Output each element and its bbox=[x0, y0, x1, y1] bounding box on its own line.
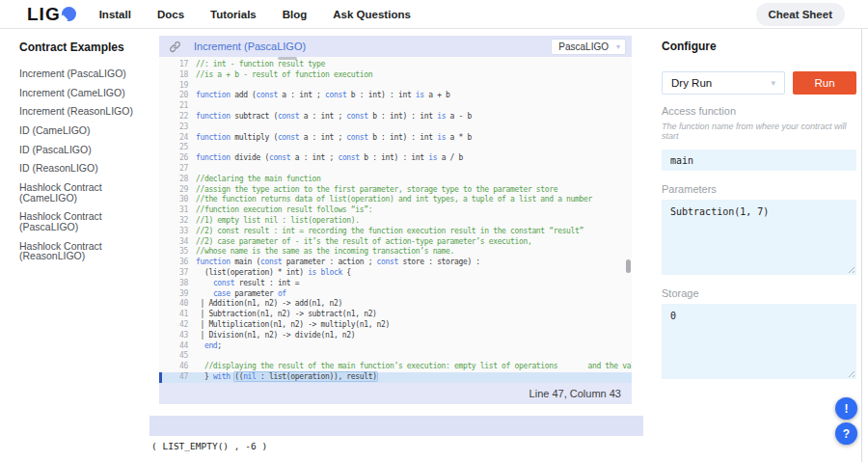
access-function-input[interactable] bbox=[662, 149, 856, 171]
code-line: 27 bbox=[159, 164, 632, 175]
sidebar-list: Increment (PascaLIGO)Increment (CameLIGO… bbox=[19, 68, 159, 261]
action-select-value: Dry Run bbox=[671, 77, 712, 89]
editor-titlebar: Increment (PascaLIGO) PascaLIGO ▾ bbox=[159, 36, 632, 57]
help-button[interactable]: ? bbox=[835, 422, 857, 445]
code-line: 33//2) const result : int = recording th… bbox=[159, 227, 632, 237]
code-line: 29//assign the type action to the first … bbox=[159, 185, 632, 196]
chevron-down-icon: ▾ bbox=[771, 78, 775, 88]
code-line: 26function divide (const a : int ; const… bbox=[159, 153, 632, 164]
cheat-sheet-button[interactable]: Cheat Sheet bbox=[756, 3, 845, 26]
sidebar-item[interactable]: Increment (ReasonLIGO) bbox=[19, 106, 159, 117]
access-function-label: Access function bbox=[662, 105, 856, 117]
sidebar-item[interactable]: ID (CameLIGO) bbox=[19, 125, 159, 136]
code-line: 22function subtract (const a : int ; con… bbox=[159, 112, 632, 122]
access-function-hint: The function name from where your contra… bbox=[662, 122, 856, 141]
code-line: 41 | Subtraction(n1, n2) -> subtract(n1,… bbox=[159, 310, 632, 320]
sidebar-item[interactable]: ID (ReasonLIGO) bbox=[19, 163, 159, 174]
chevron-down-icon: ▾ bbox=[616, 42, 620, 51]
code-line: 23 bbox=[159, 122, 632, 133]
code-line: 34//2) case parameter of - it’s the resu… bbox=[159, 237, 632, 248]
code-line: 21 bbox=[159, 101, 632, 112]
code-editor-pane: Increment (PascaLIGO) PascaLIGO ▾ 17//: … bbox=[159, 36, 632, 404]
code-line: 36function main (const parameter : actio… bbox=[159, 258, 632, 268]
code-line: 38 const result : int = bbox=[159, 279, 632, 289]
code-line: 20function add (const a : int ; const b … bbox=[159, 91, 632, 101]
nav-item-ask-questions[interactable]: Ask Questions bbox=[333, 9, 411, 20]
sidebar-item[interactable]: Increment (PascaLIGO) bbox=[19, 68, 159, 79]
output-bar bbox=[149, 416, 643, 436]
run-result-text: ( LIST_EMPTY() , -6 ) bbox=[151, 441, 267, 451]
code-line: 42 | Multiplication(n1, n2) -> multiply(… bbox=[159, 320, 632, 331]
ligo-logo[interactable]: LIG bbox=[27, 4, 76, 25]
share-link-icon[interactable] bbox=[169, 41, 181, 53]
run-row: Dry Run ▾ Run bbox=[662, 71, 856, 95]
code-line: 43 | Division(n1, n2) -> divide(n1, n2) bbox=[159, 331, 632, 341]
sidebar-title: Contract Examples bbox=[19, 41, 159, 54]
code-line: 19 bbox=[159, 81, 632, 92]
code-line: 35//whose name is the same as the incomi… bbox=[159, 247, 632, 258]
nav-item-blog[interactable]: Blog bbox=[283, 9, 308, 20]
run-button[interactable]: Run bbox=[793, 71, 856, 95]
code-line: 37 (list(operation) * int) is block { bbox=[159, 268, 632, 279]
cursor-position-status: Line 47, Column 43 bbox=[159, 383, 632, 404]
nav-item-docs[interactable]: Docs bbox=[157, 9, 184, 20]
configure-title: Configure bbox=[662, 40, 856, 53]
code-line: 44 end; bbox=[159, 341, 632, 352]
code-line: 30//the function returns data of list(op… bbox=[159, 195, 632, 205]
code-line: 28//declaring the main function bbox=[159, 175, 632, 185]
top-navbar: LIG InstallDocsTutorialsBlogAsk Question… bbox=[0, 0, 868, 29]
sidebar-item[interactable]: Hashlock Contract (CameLIGO) bbox=[19, 182, 159, 203]
code-line: 17//: int - function result type bbox=[159, 60, 632, 70]
language-select-value: PascaLIGO bbox=[558, 41, 609, 52]
code-line: 25 bbox=[159, 143, 632, 153]
page-scrollbar-track bbox=[861, 14, 862, 462]
code-line: 40 | Addition(n1, n2) -> add(n1, n2) bbox=[159, 299, 632, 310]
sidebar-item[interactable]: ID (PascaLIGO) bbox=[19, 145, 159, 155]
nav-item-tutorials[interactable]: Tutorials bbox=[210, 9, 257, 20]
sidebar-item[interactable]: Hashlock Contract (ReasonLIGO) bbox=[19, 241, 159, 261]
code-line: 39 case parameter of bbox=[159, 289, 632, 300]
code-line: 31//function execution result follows “i… bbox=[159, 205, 632, 216]
logo-circle-icon bbox=[62, 7, 76, 21]
language-select[interactable]: PascaLIGO ▾ bbox=[551, 39, 626, 55]
storage-label: Storage bbox=[662, 287, 856, 299]
contract-examples-sidebar: Contract Examples Increment (PascaLIGO)I… bbox=[0, 30, 159, 270]
action-select[interactable]: Dry Run ▾ bbox=[662, 71, 785, 95]
nav-item-install[interactable]: Install bbox=[99, 9, 131, 20]
code-line: 18//is a + b - result of function execut… bbox=[159, 70, 632, 81]
code-line: 46 //displaying the result of the main f… bbox=[159, 362, 632, 372]
storage-textarea[interactable]: 0 bbox=[662, 304, 856, 379]
feedback-alert-button[interactable]: ! bbox=[835, 397, 857, 420]
code-area[interactable]: 17//: int - function result type18//is a… bbox=[159, 57, 632, 383]
parameters-label: Parameters bbox=[662, 183, 856, 195]
editor-file-title: Increment (PascaLIGO) bbox=[194, 41, 306, 52]
configure-panel: Configure Dry Run ▾ Run Access function … bbox=[662, 36, 856, 392]
code-line: 47 } with ((nil : list(operation)), resu… bbox=[159, 372, 632, 383]
logo-text: LIG bbox=[27, 4, 61, 25]
code-line: 32//1) empty list nil : list(operation). bbox=[159, 216, 632, 227]
nav: InstallDocsTutorialsBlogAsk Questions bbox=[99, 9, 411, 20]
parameters-textarea[interactable]: Subtraction(1, 7) bbox=[662, 200, 856, 275]
sidebar-item[interactable]: Increment (CameLIGO) bbox=[19, 88, 159, 98]
code-line: 45 bbox=[159, 351, 632, 362]
sidebar-item[interactable]: Hashlock Contract (PascaLIGO) bbox=[19, 211, 159, 231]
code-line: 24function multiply (const a : int ; con… bbox=[159, 133, 632, 144]
